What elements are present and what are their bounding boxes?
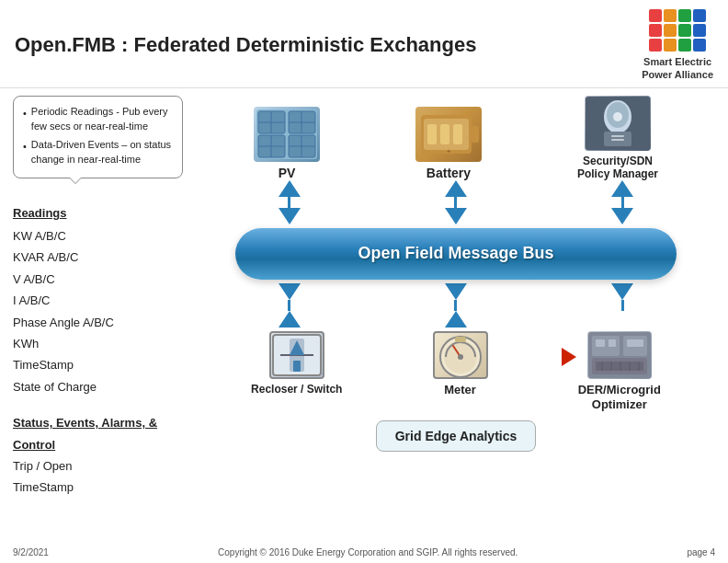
logo-cell [664, 9, 677, 22]
v-line-battery [454, 197, 457, 208]
pv-label: PV [279, 166, 296, 180]
svg-rect-43 [627, 339, 643, 347]
recloser-arrow [279, 283, 301, 327]
logo-cell [693, 9, 706, 22]
reading-item-5: Phase Angle A/B/C [13, 312, 197, 333]
bottom-devices-row: Recloser / Switch Meter [197, 331, 715, 414]
center-area: PV + Battery [197, 96, 715, 563]
main-content: • Periodic Readings - Pub every few secs… [0, 88, 728, 563]
bullet-text-2: Data-Driven Events – on status change in… [31, 137, 173, 167]
svg-rect-36 [455, 337, 466, 342]
svg-rect-17 [440, 124, 449, 144]
header: Open.FMB : Federated Deterministic Excha… [0, 0, 728, 88]
logo-cell [649, 9, 662, 22]
logo-cell [678, 24, 691, 37]
arrow-down-battery [445, 208, 467, 224]
status-item-2: TimeStamp [13, 477, 197, 498]
meter-icon [433, 331, 488, 379]
v-line-security [621, 197, 624, 208]
logo-cell [664, 39, 677, 52]
meter-svg [435, 333, 486, 377]
arrow-down-pv [279, 208, 301, 224]
battery-arrow-down [445, 180, 467, 224]
recloser-label: Recloser / Switch [251, 383, 342, 396]
meter-label: Meter [444, 383, 476, 396]
reading-item-4: I A/B/C [13, 290, 197, 311]
reading-item-2: KVAR A/B/C [13, 247, 197, 268]
svg-text:+: + [447, 147, 451, 155]
battery-svg: + [416, 108, 481, 161]
grid-edge-container: Grid Edge Analytics [376, 417, 537, 452]
arrow-down-der [611, 283, 633, 300]
logo-grid [649, 9, 706, 52]
arrow-down-meter [445, 283, 467, 300]
left-panel: • Periodic Readings - Pub every few secs… [13, 96, 197, 563]
reading-item-6: KWh [13, 333, 197, 354]
pv-arrow-down [279, 180, 301, 224]
logo-cell [693, 39, 706, 52]
status-item-1: Trip / Open [13, 455, 197, 477]
bus-container: Open Field Message Bus [235, 228, 677, 280]
svg-point-35 [458, 354, 463, 360]
arrow-down-security [611, 208, 633, 224]
svg-rect-15 [472, 126, 479, 143]
svg-rect-42 [609, 339, 616, 347]
der-svg [588, 332, 651, 378]
arrow-up-battery [445, 180, 467, 197]
device-der: DER/MicrogridOptimizer [578, 331, 661, 414]
svg-rect-26 [611, 139, 624, 141]
v-line-recloser [288, 300, 290, 311]
logo-text: Smart ElectricPower Alliance [642, 55, 713, 82]
red-arrow [562, 348, 576, 366]
svg-rect-41 [596, 339, 605, 347]
bullet-dot-2: • [23, 139, 27, 167]
device-pv: PV [254, 107, 320, 180]
security-label: Security/SDNPolicy Manager [577, 155, 658, 180]
bus-cylinder: Open Field Message Bus [235, 228, 677, 280]
readings-section: Readings KW A/B/C KVAR A/B/C V A/B/C I A… [13, 202, 197, 398]
pv-icon [254, 107, 320, 162]
footer-date: 9/2/2021 [13, 547, 49, 557]
security-icon [585, 96, 651, 151]
der-arrow [611, 283, 633, 327]
bullet-text-1: Periodic Readings - Pub every few secs o… [31, 104, 173, 134]
logo-cell [693, 24, 706, 37]
svg-rect-44 [596, 362, 643, 371]
reading-item-8: State of Charge [13, 376, 197, 397]
logo-cell [678, 39, 691, 52]
battery-icon: + [415, 107, 482, 162]
arrows-to-bus [197, 180, 715, 224]
bullet-item-2: • Data-Driven Events – on status change … [23, 137, 173, 167]
device-battery: + Battery [415, 107, 482, 180]
logo-cell [664, 24, 677, 37]
v-line-meter [454, 300, 457, 311]
readings-title: Readings [13, 202, 197, 224]
battery-label: Battery [427, 166, 471, 180]
security-arrow-down [611, 180, 633, 224]
footer: 9/2/2021 Copyright © 2016 Duke Energy Co… [0, 547, 728, 557]
der-icon [587, 331, 652, 379]
v-line-der [621, 300, 624, 311]
page-title: Open.FMB : Federated Deterministic Excha… [15, 33, 476, 57]
der-label: DER/MicrogridOptimizer [578, 383, 661, 414]
logo-cell [649, 24, 662, 37]
device-recloser: Recloser / Switch [251, 331, 342, 414]
svg-rect-25 [611, 135, 624, 137]
device-security: Security/SDNPolicy Manager [577, 96, 658, 180]
status-title: Status, Events, Alarms, & Control [13, 412, 197, 455]
v-line-pv [288, 197, 290, 208]
arrow-up-pv [279, 180, 301, 197]
status-section: Status, Events, Alarms, & Control Trip /… [13, 412, 197, 499]
top-devices-row: PV + Battery [197, 96, 715, 180]
security-svg [586, 97, 650, 150]
meter-arrow [445, 283, 467, 327]
reading-item-3: V A/B/C [13, 269, 197, 290]
arrow-up-recloser [279, 311, 301, 327]
arrow-down-recloser [279, 283, 301, 300]
arrow-up-security [611, 180, 633, 197]
arrows-from-bus [197, 283, 715, 327]
footer-page: page 4 [687, 547, 715, 557]
svg-rect-18 [453, 124, 462, 144]
device-meter: Meter [433, 331, 488, 414]
arrow-up-meter [445, 311, 467, 327]
